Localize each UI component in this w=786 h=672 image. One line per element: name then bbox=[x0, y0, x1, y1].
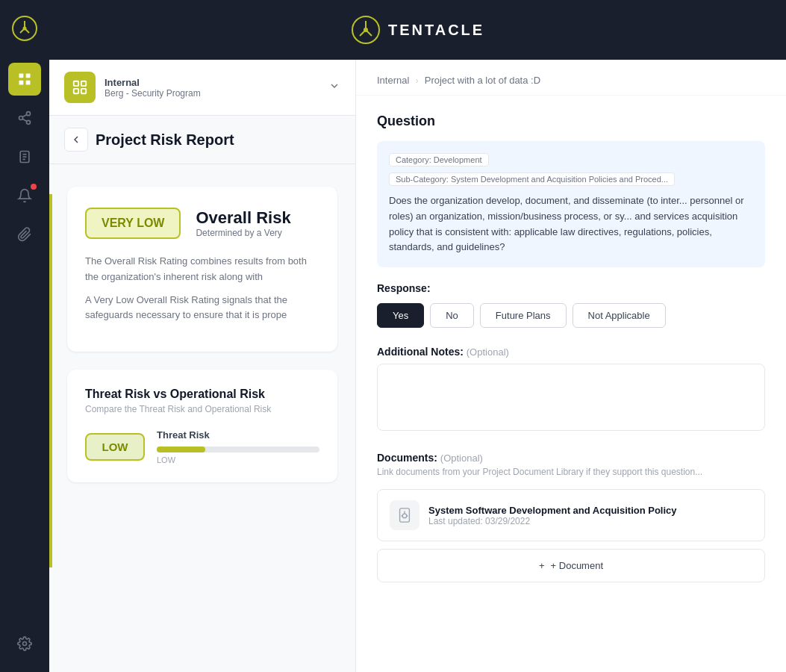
response-buttons: Yes No Future Plans Not Applicable bbox=[377, 303, 765, 328]
document-item: System Software Development and Acquisit… bbox=[377, 489, 765, 541]
breadcrumb: Internal › Project with a lot of data :D bbox=[356, 60, 786, 96]
main-left-panel: Internal Berg - Security Program Project… bbox=[49, 60, 355, 672]
left-sidebar bbox=[0, 0, 49, 672]
overall-risk-badge: VERY LOW bbox=[85, 208, 181, 239]
add-document-label: + Document bbox=[551, 560, 603, 571]
response-future-plans-button[interactable]: Future Plans bbox=[480, 303, 567, 328]
document-date: Last updated: 03/29/2022 bbox=[428, 516, 677, 526]
svg-line-18 bbox=[22, 114, 27, 116]
document-info: System Software Development and Acquisit… bbox=[428, 505, 677, 526]
response-no-button[interactable]: No bbox=[430, 303, 474, 328]
svg-line-17 bbox=[22, 119, 27, 121]
project-company: Internal bbox=[105, 77, 319, 88]
svg-point-15 bbox=[19, 116, 23, 120]
breadcrumb-project: Project with a lot of data :D bbox=[425, 75, 540, 86]
svg-rect-12 bbox=[19, 81, 24, 85]
back-button[interactable] bbox=[64, 128, 88, 152]
breadcrumb-internal: Internal bbox=[377, 75, 409, 86]
overall-risk-desc1: The Overall Risk Rating combines results… bbox=[85, 254, 319, 285]
notes-label: Additional Notes: (Optional) bbox=[377, 346, 765, 358]
threat-risk-card: Threat Risk vs Operational Risk Compare … bbox=[67, 370, 337, 482]
tentacle-logo-icon bbox=[351, 15, 381, 45]
svg-point-16 bbox=[27, 120, 31, 124]
category-tag: Category: Development bbox=[389, 153, 489, 167]
subcategory-tag: Sub-Category: System Development and Acq… bbox=[389, 172, 675, 186]
response-not-applicable-button[interactable]: Not Applicable bbox=[573, 303, 666, 328]
documents-label: Documents: (Optional) bbox=[377, 452, 765, 464]
documents-sublabel: Link documents from your Project Documen… bbox=[377, 467, 765, 477]
app-title: TENTACLE bbox=[388, 22, 484, 39]
threat-section-subtitle: Compare the Threat Risk and Operational … bbox=[85, 404, 319, 414]
svg-point-23 bbox=[23, 642, 27, 646]
svg-rect-27 bbox=[81, 89, 86, 93]
threat-info: Threat Risk LOW bbox=[157, 429, 319, 464]
threat-risk-badge: LOW bbox=[85, 433, 145, 461]
document-icon bbox=[390, 500, 419, 530]
document-name: System Software Development and Acquisit… bbox=[428, 505, 677, 516]
sidebar-item-list[interactable] bbox=[8, 140, 41, 173]
project-name: Berg - Security Program bbox=[105, 88, 319, 99]
svg-rect-26 bbox=[74, 89, 78, 93]
risk-content: VERY LOW Overall Risk Determined by a Ve… bbox=[49, 164, 355, 505]
svg-point-4 bbox=[364, 28, 368, 32]
response-label: Response: bbox=[377, 282, 765, 294]
svg-rect-11 bbox=[26, 74, 31, 78]
threat-bar-label: LOW bbox=[157, 455, 319, 464]
add-document-icon: + bbox=[539, 560, 545, 571]
documents-optional-label: (Optional) bbox=[440, 452, 483, 464]
chevron-down-icon bbox=[328, 80, 340, 95]
top-bar: TENTACLE bbox=[0, 0, 786, 60]
project-selector[interactable]: Internal Berg - Security Program bbox=[49, 60, 355, 116]
svg-point-29 bbox=[402, 514, 407, 518]
svg-point-9 bbox=[23, 27, 27, 31]
threat-row: LOW Threat Risk LOW bbox=[85, 429, 319, 464]
overall-risk-card: VERY LOW Overall Risk Determined by a Ve… bbox=[67, 187, 337, 352]
threat-bar-container bbox=[157, 447, 319, 452]
question-tags: Category: Development Sub-Category: Syst… bbox=[389, 153, 753, 186]
sidebar-item-settings[interactable] bbox=[8, 627, 41, 660]
svg-rect-10 bbox=[19, 74, 24, 78]
sidebar-item-share[interactable] bbox=[8, 102, 41, 134]
overall-risk-title: Overall Risk bbox=[196, 208, 290, 228]
question-text: Does the organization develop, document,… bbox=[389, 193, 753, 255]
app-logo: TENTACLE bbox=[351, 15, 484, 45]
main-right-panel: Internal › Project with a lot of data :D… bbox=[355, 60, 786, 672]
sidebar-item-attachments[interactable] bbox=[8, 218, 41, 251]
risk-badge-row: VERY LOW Overall Risk Determined by a Ve… bbox=[85, 208, 319, 239]
notification-badge bbox=[31, 184, 37, 190]
project-info: Internal Berg - Security Program bbox=[105, 77, 319, 99]
add-document-button[interactable]: + + Document bbox=[377, 549, 765, 582]
threat-section-title: Threat Risk vs Operational Risk bbox=[85, 388, 319, 401]
question-section-heading: Question bbox=[377, 113, 765, 129]
response-yes-button[interactable]: Yes bbox=[377, 303, 424, 328]
svg-rect-25 bbox=[81, 81, 86, 86]
question-section: Question Category: Development Sub-Categ… bbox=[356, 96, 786, 600]
svg-rect-13 bbox=[26, 81, 31, 85]
sidebar-item-dashboard[interactable] bbox=[8, 63, 41, 96]
sidebar-item-notifications[interactable] bbox=[8, 179, 41, 212]
overall-risk-desc2: A Very Low Overall Risk Rating signals t… bbox=[85, 293, 319, 324]
breadcrumb-separator: › bbox=[415, 75, 418, 86]
overall-risk-subtitle: Determined by a Very bbox=[196, 228, 290, 238]
svg-rect-28 bbox=[400, 508, 410, 522]
risk-label-block: Overall Risk Determined by a Very bbox=[196, 208, 290, 238]
page-title: Project Risk Report bbox=[96, 131, 234, 149]
project-icon bbox=[64, 72, 96, 103]
question-card: Category: Development Sub-Category: Syst… bbox=[377, 141, 765, 267]
threat-risk-label: Threat Risk bbox=[157, 429, 319, 441]
page-title-bar: Project Risk Report bbox=[49, 116, 355, 164]
notes-textarea[interactable] bbox=[377, 364, 765, 431]
threat-bar-fill bbox=[157, 447, 205, 452]
svg-point-14 bbox=[27, 112, 31, 116]
svg-rect-24 bbox=[74, 81, 78, 86]
active-indicator bbox=[49, 194, 52, 567]
sidebar-logo bbox=[11, 15, 38, 45]
notes-optional-label: (Optional) bbox=[467, 346, 509, 358]
